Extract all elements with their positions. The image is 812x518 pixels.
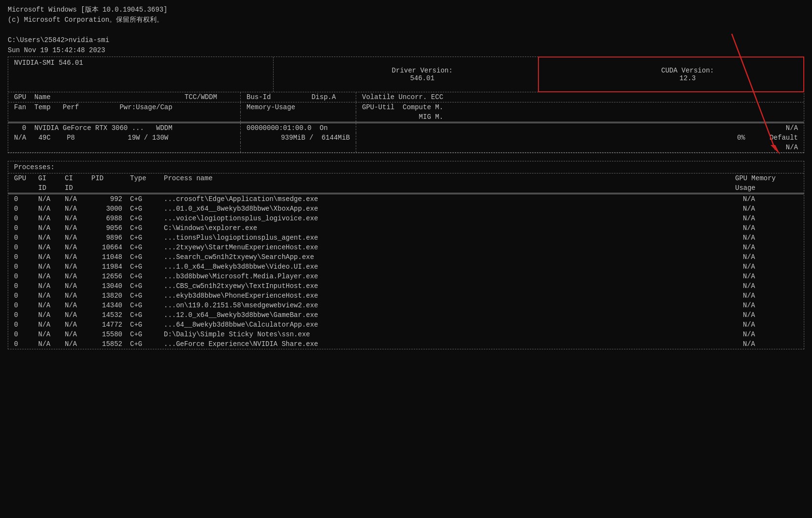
gpu-header-col3-r1: Volatile Uncorr. ECC: [356, 92, 804, 102]
proc-pid-header: PID: [91, 174, 130, 182]
process-row: 0 N/A N/A 6988 C+G ...voice\logioptionsp…: [8, 214, 804, 223]
proc-memory-header: GPU Memory: [735, 174, 798, 182]
proc-name-header: Process name: [164, 174, 735, 182]
cuda-version-cell: CUDA Version: 12.3: [538, 57, 804, 92]
proc-type-header2: [130, 184, 164, 192]
gpu-data-col2-r3: [240, 143, 356, 152]
process-row: 0 N/A N/A 9896 C+G ...tionsPlus\logiopti…: [8, 233, 804, 243]
gpu-data-col2-r2: 939MiB / 6144MiB: [240, 133, 356, 143]
proc-ci-id-header: ID: [65, 184, 91, 192]
gpu-header-col3-r2: GPU-Util Compute M.: [356, 102, 804, 112]
date-line: Sun Nov 19 15:42:48 2023: [8, 45, 804, 56]
proc-ci-header: CI: [65, 174, 91, 182]
gpu-header-col1-r3: [8, 112, 240, 122]
gpu-data-col1-r2: N/A 49C P8 19W / 130W: [8, 133, 240, 143]
gpu-header-col2-r1: Bus-Id Disp.A: [240, 92, 356, 102]
process-row: 0 N/A N/A 13820 C+G ...ekyb3d8bbwe\Phone…: [8, 291, 804, 301]
process-row: 0 N/A N/A 11984 C+G ...1.0_x64__8wekyb3d…: [8, 262, 804, 272]
proc-name-header2: [164, 184, 735, 192]
gpu-data-col3-r3: N/A: [356, 143, 804, 152]
proc-pid-header2: [91, 184, 130, 192]
proc-gi-id-header: ID: [38, 184, 65, 192]
gpu-header-col3-r3: MIG M.: [356, 112, 804, 122]
title-line1: Microsoft Windows [版本 10.0.19045.3693]: [8, 5, 804, 15]
smi-header-row: NVIDIA-SMI 546.01 Driver Version: 546.01…: [8, 57, 804, 92]
terminal-window: Microsoft Windows [版本 10.0.19045.3693] (…: [8, 5, 804, 349]
proc-gpu-header: GPU: [14, 174, 38, 182]
gpu-data-col3-r2: 0% Default: [356, 133, 804, 143]
gpu-header-col1-r2: Fan Temp Perf Pwr:Usage/Cap: [8, 102, 240, 112]
gpu-header-col1-r1: GPU Name TCC/WDDM: [8, 92, 240, 102]
driver-value: 546.01: [410, 74, 434, 82]
nvidia-smi-box: NVIDIA-SMI 546.01 Driver Version: 546.01…: [8, 57, 804, 153]
smi-version-cell: NVIDIA-SMI 546.01: [8, 57, 273, 92]
blank1: [8, 25, 804, 35]
process-row: 0 N/A N/A 12656 C+G ...b3d8bbwe\Microsof…: [8, 272, 804, 281]
process-row: 0 N/A N/A 14772 C+G ...64__8wekyb3d8bbwe…: [8, 320, 804, 330]
gpu-col-header3: MIG M.: [8, 112, 804, 123]
process-row: 0 N/A N/A 992 C+G ...crosoft\Edge\Applic…: [8, 194, 804, 204]
process-row: 0 N/A N/A 15852 C+G ...GeForce Experienc…: [8, 339, 804, 349]
gpu-data-col1-r3: [8, 143, 240, 152]
process-row: 0 N/A N/A 11048 C+G ...Search_cw5n1h2txy…: [8, 252, 804, 262]
prompt-line: C:\Users\25842>nvidia-smi: [8, 35, 804, 45]
process-row: 0 N/A N/A 14532 C+G ...12.0_x64__8wekyb3…: [8, 310, 804, 320]
gpu-data-col3-r1: N/A: [356, 123, 804, 133]
process-row: 0 N/A N/A 3000 C+G ...01.0_x64__8wekyb3d…: [8, 204, 804, 214]
process-row: 0 N/A N/A 10664 C+G ...2txyewy\StartMenu…: [8, 243, 804, 252]
gpu-header-col2-r2: Memory-Usage: [240, 102, 356, 112]
cuda-label: CUDA Version:: [661, 67, 714, 74]
title-line2: (c) Microsoft Corporation。保留所有权利。: [8, 15, 804, 25]
process-rows-container: 0 N/A N/A 992 C+G ...crosoft\Edge\Applic…: [8, 194, 804, 349]
proc-gi-header: GI: [38, 174, 65, 182]
driver-label: Driver Version:: [392, 67, 453, 74]
process-row: 0 N/A N/A 14340 C+G ...on\119.0.2151.58\…: [8, 301, 804, 310]
gpu-col-header1: GPU Name TCC/WDDM Bus-Id Disp.A Volatile…: [8, 92, 804, 102]
gpu-data-row1: 0 NVIDIA GeForce RTX 3060 ... WDDM 00000…: [8, 123, 804, 133]
process-row: 0 N/A N/A 9056 C+G C:\Windows\explorer.e…: [8, 223, 804, 233]
proc-gpu-header2: [14, 184, 38, 192]
cuda-value: 12.3: [680, 74, 696, 82]
gpu-header-col2-r3: [240, 112, 356, 122]
processes-box: Processes: GPU GI CI PID Type Process na…: [8, 161, 804, 349]
process-row: 0 N/A N/A 15580 C+G D:\Daliy\Simple Stic…: [8, 330, 804, 339]
proc-type-header: Type: [130, 174, 164, 182]
driver-version-cell: Driver Version: 546.01: [273, 57, 538, 92]
process-row: 0 N/A N/A 13040 C+G ...CBS_cw5n1h2txyewy…: [8, 281, 804, 291]
gpu-data-col2-r1: 00000000:01:00.0 On: [240, 123, 356, 133]
gpu-col-header2: Fan Temp Perf Pwr:Usage/Cap Memory-Usage…: [8, 102, 804, 112]
gpu-data-row2: N/A 49C P8 19W / 130W 939MiB / 6144MiB 0…: [8, 133, 804, 143]
process-col-header-row2: ID ID Usage: [8, 183, 804, 194]
processes-header: Processes:: [8, 161, 804, 173]
gpu-data-col1-r1: 0 NVIDIA GeForce RTX 3060 ... WDDM: [8, 123, 240, 133]
proc-memory-usage-header: Usage: [735, 184, 798, 192]
gpu-data-row3: N/A: [8, 143, 804, 153]
process-col-header-row1: GPU GI CI PID Type Process name GPU Memo…: [8, 173, 804, 183]
